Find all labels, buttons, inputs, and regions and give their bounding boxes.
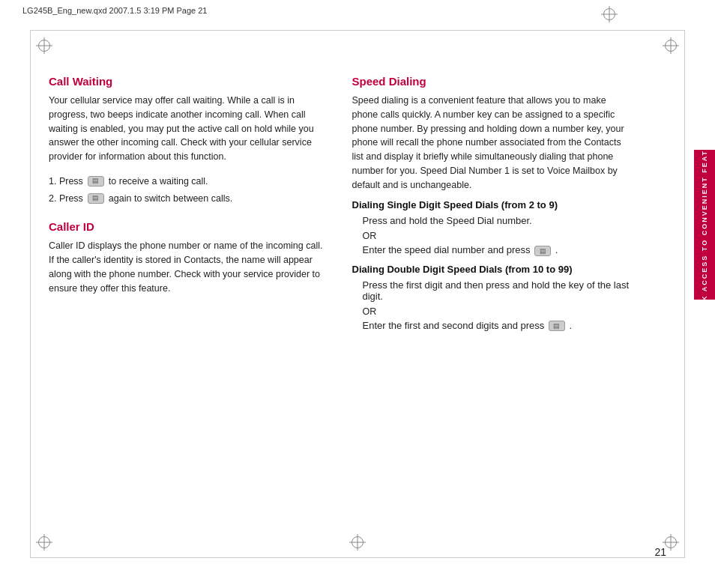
double-digit-or: OR xyxy=(363,306,633,317)
crosshair-bc xyxy=(349,534,366,551)
single-digit-heading: Dialing Single Digit Speed Dials (from 2… xyxy=(352,199,633,210)
border-right xyxy=(684,30,685,558)
top-header: LG245B_Eng_new.qxd 2007.1.5 3:19 PM Page… xyxy=(22,6,693,15)
border-top xyxy=(30,30,685,31)
send-button-icon-2 xyxy=(88,193,104,204)
crosshair-tl xyxy=(36,37,52,54)
step2-suffix: again to switch between calls. xyxy=(109,192,232,206)
call-waiting-heading: Call Waiting xyxy=(49,75,330,88)
filename-header: LG245B_Eng_new.qxd 2007.1.5 3:19 PM Page… xyxy=(22,6,207,15)
sidebar-tab: QUICK ACCESS TO CONVENIENT FEATURES xyxy=(694,150,715,300)
double-digit-step2: Enter the first and second digits and pr… xyxy=(363,320,633,332)
content-area: Call Waiting Your cellular service may o… xyxy=(49,75,633,528)
double-step2-suffix: . xyxy=(570,320,573,331)
speed-dialing-heading: Speed Dialing xyxy=(352,75,633,88)
single-digit-step2: Enter the speed dial number and press . xyxy=(363,244,633,256)
border-bottom xyxy=(30,557,685,558)
call-waiting-step2: 2. Press again to switch between calls. xyxy=(49,192,330,206)
crosshair-bl xyxy=(36,534,52,551)
speed-dialing-body: Speed dialing is a convenient feature th… xyxy=(352,94,633,192)
double-digit-heading: Dialing Double Digit Speed Dials (from 1… xyxy=(352,264,633,275)
crosshair-tc xyxy=(601,6,618,22)
step1-suffix: to receive a waiting call. xyxy=(109,175,208,189)
call-waiting-step1: 1. Press to receive a waiting call. xyxy=(49,175,330,189)
single-step2-prefix: Enter the speed dial number and press xyxy=(363,244,531,255)
caller-id-heading: Caller ID xyxy=(49,220,330,233)
left-column: Call Waiting Your cellular service may o… xyxy=(49,75,330,528)
single-digit-section: Dialing Single Digit Speed Dials (from 2… xyxy=(352,199,633,256)
crosshair-tr xyxy=(663,37,679,54)
page-container: LG245B_Eng_new.qxd 2007.1.5 3:19 PM Page… xyxy=(0,0,715,588)
double-digit-section: Dialing Double Digit Speed Dials (from 1… xyxy=(352,264,633,332)
page-number: 21 xyxy=(654,546,666,558)
speed-dialing-section: Speed Dialing Speed dialing is a conveni… xyxy=(352,75,633,331)
step2-prefix: 2. Press xyxy=(49,192,83,206)
caller-id-body: Caller ID displays the phone number or n… xyxy=(49,239,330,295)
single-digit-or: OR xyxy=(363,231,633,241)
single-digit-step1: Press and hold the Speed Dial number. xyxy=(363,215,633,226)
double-digit-step1: Press the first digit and then press and… xyxy=(363,279,633,302)
right-column: Speed Dialing Speed dialing is a conveni… xyxy=(352,75,633,528)
call-waiting-body: Your cellular service may offer call wai… xyxy=(49,94,330,164)
single-step2-suffix: . xyxy=(555,244,558,255)
send-button-icon-1 xyxy=(88,176,104,187)
double-step2-prefix: Enter the first and second digits and pr… xyxy=(363,320,545,331)
step1-prefix: 1. Press xyxy=(49,175,83,189)
border-left xyxy=(30,30,31,558)
send-button-icon-4 xyxy=(549,321,565,331)
caller-id-section: Caller ID Caller ID displays the phone n… xyxy=(49,220,330,295)
send-button-icon-3 xyxy=(534,246,551,256)
call-waiting-section: Call Waiting Your cellular service may o… xyxy=(49,75,330,205)
sidebar-tab-label: QUICK ACCESS TO CONVENIENT FEATURES xyxy=(701,125,708,324)
